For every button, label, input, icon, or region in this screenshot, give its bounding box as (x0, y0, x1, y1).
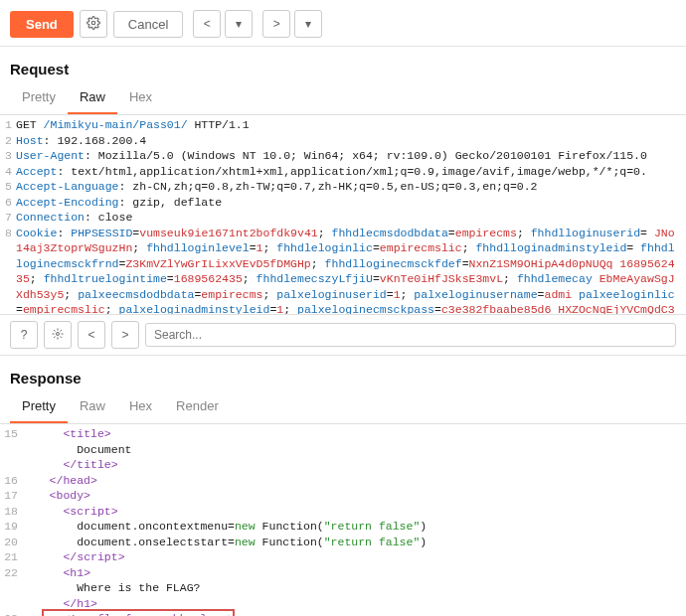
gear-icon (86, 16, 100, 33)
tab-resp-raw[interactable]: Raw (68, 392, 117, 423)
question-icon: ? (21, 328, 28, 342)
history-next-more-button[interactable]: ▾ (294, 10, 322, 38)
search-input[interactable] (145, 323, 676, 347)
history-next-button[interactable]: > (262, 10, 290, 38)
request-tabs: Pretty Raw Hex (0, 83, 686, 115)
chevron-right-icon: > (273, 17, 280, 31)
regex-options-button[interactable] (44, 321, 72, 349)
tab-resp-hex[interactable]: Hex (117, 392, 164, 423)
svg-point-0 (91, 21, 95, 25)
search-next-button[interactable]: > (111, 321, 139, 349)
request-raw-editor[interactable]: 1GET /Mimikyu-main/Pass01/ HTTP/1.12Host… (0, 115, 686, 314)
tab-hex[interactable]: Hex (117, 83, 164, 114)
question-button[interactable]: ? (10, 321, 38, 349)
request-title: Request (0, 47, 686, 83)
tab-resp-pretty[interactable]: Pretty (10, 392, 68, 423)
history-prev-button[interactable]: < (193, 10, 221, 38)
response-tabs: Pretty Raw Hex Render (0, 392, 686, 424)
chevron-down-icon: ▾ (236, 17, 242, 31)
response-title: Response (0, 356, 686, 392)
chevron-right-icon: > (121, 328, 128, 342)
options-button[interactable] (80, 10, 107, 38)
top-toolbar: Send Cancel < ▾ > ▾ (0, 0, 686, 47)
svg-point-1 (57, 332, 60, 335)
request-search-row: ? < > (0, 314, 686, 356)
tab-resp-render[interactable]: Render (164, 392, 231, 423)
tab-raw[interactable]: Raw (68, 83, 117, 114)
history-prev-more-button[interactable]: ▾ (225, 10, 253, 38)
chevron-left-icon: < (204, 17, 211, 31)
gear-icon (52, 328, 64, 343)
tab-pretty[interactable]: Pretty (10, 83, 68, 114)
response-pretty-viewer[interactable]: 15 <title> Document </title>16 </head>17… (0, 424, 686, 616)
search-prev-button[interactable]: < (78, 321, 105, 349)
send-button[interactable]: Send (10, 11, 74, 38)
chevron-down-icon: ▾ (305, 17, 311, 31)
chevron-left-icon: < (87, 328, 94, 342)
cancel-button[interactable]: Cancel (113, 11, 183, 38)
